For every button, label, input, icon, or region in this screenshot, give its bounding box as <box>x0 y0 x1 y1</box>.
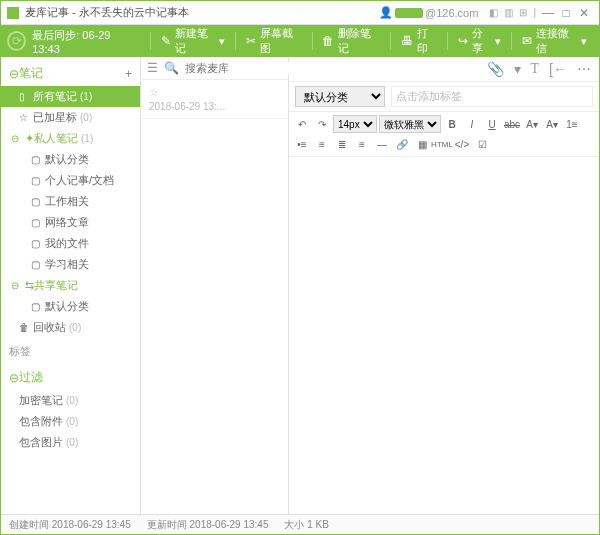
folder-web[interactable]: ▢网络文章 <box>1 212 140 233</box>
print-icon: 🖶 <box>401 34 413 48</box>
shared-folder-default[interactable]: ▢默认分类 <box>1 296 140 317</box>
folder-icon: ▢ <box>31 238 45 249</box>
align-left-icon[interactable]: ≡ <box>313 135 331 153</box>
minimize-button[interactable]: — <box>541 6 555 20</box>
sidebar-item-trash[interactable]: 🗑 回收站 (0) <box>1 317 140 338</box>
share-label: 分享 <box>472 26 492 56</box>
filter-label: 包含图片 <box>19 435 63 450</box>
folder-myfiles[interactable]: ▢我的文件 <box>1 233 140 254</box>
star-icon[interactable]: ☆ <box>149 86 159 98</box>
item-label: 所有笔记 <box>33 89 77 104</box>
fontfamily-select[interactable]: 微软雅黑 <box>379 115 441 133</box>
link-icon[interactable]: 🔗 <box>393 135 411 153</box>
screenshot-button[interactable]: ✂屏幕截图 <box>240 26 307 56</box>
ul-icon[interactable]: •≡ <box>293 135 311 153</box>
checkbox-icon[interactable]: ☑ <box>473 135 491 153</box>
underline-icon[interactable]: U <box>483 115 501 133</box>
shared-header[interactable]: ⊖ ⇆ 共享笔记 <box>1 275 140 296</box>
maximize-button[interactable]: □ <box>559 6 573 20</box>
sidebar-item-starred[interactable]: ☆ 已加星标 (0) <box>1 107 140 128</box>
folder-label: 工作相关 <box>45 194 89 209</box>
private-label: 私人笔记 <box>34 131 78 146</box>
folder-work[interactable]: ▢工作相关 <box>1 191 140 212</box>
bold-icon[interactable]: B <box>443 115 461 133</box>
align-right-icon[interactable]: ≡ <box>353 135 371 153</box>
close-button[interactable]: ✕ <box>577 6 591 20</box>
html-icon[interactable]: HTML <box>433 135 451 153</box>
italic-icon[interactable]: I <box>463 115 481 133</box>
wechat-button[interactable]: ✉连接微信▾ <box>516 26 593 56</box>
user-account[interactable]: 👤 x @126.com <box>379 6 479 19</box>
list-view-icon[interactable]: ☰ <box>147 61 158 75</box>
notes-header[interactable]: ⊖ 笔记 + <box>1 61 140 86</box>
person-icon: ✦ <box>25 132 34 145</box>
window-title: 麦库记事 - 永不丢失的云中记事本 <box>25 5 379 20</box>
search-icon[interactable]: 🔍 <box>164 61 179 75</box>
folder-icon: ▢ <box>31 154 45 165</box>
toggle-4[interactable]: | <box>533 7 536 18</box>
folder-study[interactable]: ▢学习相关 <box>1 254 140 275</box>
trash-count: (0) <box>69 322 81 333</box>
fontsize-select[interactable]: 14px <box>333 115 377 133</box>
more-icon[interactable]: ⋯ <box>577 61 591 77</box>
note-list-pane: ☰ 🔍 ☆ 2018-06-29 13:... <box>141 57 289 514</box>
share-button[interactable]: ↪分享▾ <box>452 26 508 56</box>
toggle-3[interactable]: ⊞ <box>519 7 527 18</box>
category-select[interactable]: 默认分类 <box>295 86 385 107</box>
share-icon: ⇆ <box>25 279 34 292</box>
folder-personal[interactable]: ▢个人记事/文档 <box>1 170 140 191</box>
status-created: 创建时间 2018-06-29 13:45 <box>9 518 131 532</box>
notes-header-label: 笔记 <box>19 65 125 82</box>
tags-input[interactable]: 点击添加标签 <box>391 86 593 107</box>
statusbar: 创建时间 2018-06-29 13:45 更新时间 2018-06-29 13… <box>1 514 599 534</box>
text-icon[interactable]: T <box>531 61 540 77</box>
filter-header[interactable]: ⊖ 过滤 <box>1 365 140 390</box>
tags-section[interactable]: 标签 <box>1 338 140 365</box>
toggle-2[interactable]: ▥ <box>504 7 513 18</box>
private-count: (1) <box>81 133 93 144</box>
align-center-icon[interactable]: ≣ <box>333 135 351 153</box>
toggle-1[interactable]: ◧ <box>489 7 498 18</box>
sync-icon[interactable]: ⟳ <box>7 31 26 51</box>
screenshot-label: 屏幕截图 <box>260 26 301 56</box>
hr-icon[interactable]: — <box>373 135 391 153</box>
star-icon: ☆ <box>19 112 33 123</box>
strike-icon[interactable]: abc <box>503 115 521 133</box>
fontcolor-icon[interactable]: A▾ <box>523 115 541 133</box>
rich-toolbar: ↶ ↷ 14px 微软雅黑 B I U abc A▾ A▾ 1≡ •≡ ≡ ≣ … <box>289 112 599 157</box>
user-email: @126.com <box>425 7 478 19</box>
doc-icon: ▯ <box>19 91 33 102</box>
chevron-down-icon[interactable]: ▾ <box>514 61 521 77</box>
folder-default[interactable]: ▢默认分类 <box>1 149 140 170</box>
filter-attachments[interactable]: 包含附件(0) <box>1 411 140 432</box>
undo-icon[interactable]: ↶ <box>293 115 311 133</box>
status-size: 大小 1 KB <box>284 518 328 532</box>
editor-canvas[interactable] <box>289 157 599 514</box>
redo-icon[interactable]: ↷ <box>313 115 331 133</box>
filter-encrypted[interactable]: 加密笔记(0) <box>1 390 140 411</box>
chevron-down-icon: ▾ <box>495 35 501 48</box>
highlight-icon[interactable]: A▾ <box>543 115 561 133</box>
table-icon[interactable]: ▦ <box>413 135 431 153</box>
code-icon[interactable]: </> <box>453 135 471 153</box>
ol-icon[interactable]: 1≡ <box>563 115 581 133</box>
print-button[interactable]: 🖶打印 <box>395 26 443 56</box>
note-date: 2018-06-29 13:... <box>149 101 280 112</box>
attach-icon[interactable]: 📎 <box>487 61 504 77</box>
note-meta: 默认分类 点击添加标签 <box>289 82 599 112</box>
filter-count: (0) <box>66 437 78 448</box>
add-icon[interactable]: + <box>125 67 132 81</box>
folder-icon: ▢ <box>31 301 45 312</box>
note-item[interactable]: ☆ 2018-06-29 13:... <box>141 80 288 119</box>
delete-button[interactable]: 🗑删除笔记 <box>316 26 385 56</box>
new-note-button[interactable]: ✎新建笔记▾ <box>155 26 232 56</box>
private-header[interactable]: ⊖ ✦ 私人笔记 (1) <box>1 128 140 149</box>
wechat-label: 连接微信 <box>536 26 577 56</box>
export-icon[interactable]: [← <box>549 61 567 77</box>
status-updated: 更新时间 2018-06-29 13:45 <box>147 518 269 532</box>
filter-images[interactable]: 包含图片(0) <box>1 432 140 453</box>
pencil-icon: ✎ <box>161 34 171 48</box>
sidebar-item-all-notes[interactable]: ▯ 所有笔记 (1) <box>1 86 140 107</box>
chevron-down-icon: ▾ <box>219 35 225 48</box>
titlebar: 麦库记事 - 永不丢失的云中记事本 👤 x @126.com ◧ ▥ ⊞ | —… <box>1 1 599 25</box>
